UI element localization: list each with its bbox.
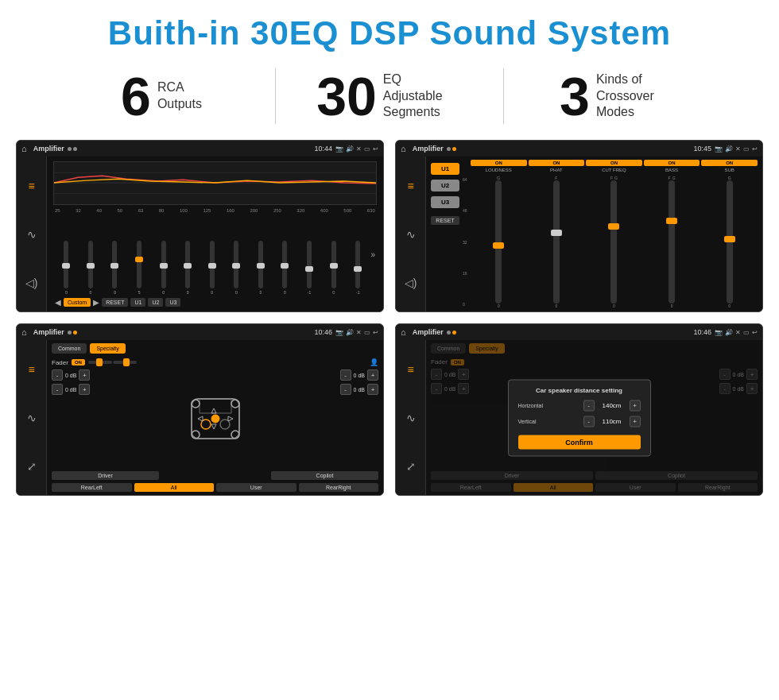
vol-p3: + bbox=[746, 369, 758, 380]
eq-icon[interactable]: ≡ bbox=[28, 180, 34, 192]
all-btn-2: All bbox=[514, 483, 594, 492]
specialty-tab-2: Specialty bbox=[469, 343, 504, 354]
stat-crossover-number: 3 bbox=[560, 69, 590, 123]
topbar-title-eq: Amplifier bbox=[33, 145, 64, 153]
vertical-row: Vertical - 110cm + bbox=[518, 416, 641, 427]
h-slider-1[interactable] bbox=[88, 361, 112, 364]
vol-plus-2[interactable]: + bbox=[79, 384, 90, 395]
page-title: Buith-in 30EQ DSP Sound System bbox=[0, 0, 779, 60]
vol-plus-1[interactable]: + bbox=[79, 369, 90, 381]
h-slider-2[interactable] bbox=[113, 361, 137, 364]
u3-select-btn[interactable]: U3 bbox=[431, 196, 459, 208]
all-btn[interactable]: All bbox=[134, 483, 215, 492]
vol-val-3: 0 dB bbox=[354, 373, 365, 378]
wave-icon-2[interactable]: ∿ bbox=[406, 228, 416, 241]
window-icon-2: ▭ bbox=[743, 145, 750, 153]
expand-icon-3[interactable]: ⤢ bbox=[27, 460, 37, 473]
horizontal-row: Horizontal - 140cm + bbox=[518, 400, 641, 411]
phat-slider[interactable] bbox=[553, 180, 560, 304]
vol-m2: - bbox=[431, 383, 442, 394]
back-icon-2[interactable]: ↩ bbox=[752, 145, 758, 153]
sub-label: SUB bbox=[701, 168, 758, 172]
cutfreq-slider[interactable] bbox=[610, 180, 617, 304]
eq-slider-10: 0 bbox=[273, 241, 296, 295]
u2-select-btn[interactable]: U2 bbox=[431, 180, 459, 191]
dialog-title: Car speaker distance setting bbox=[518, 386, 641, 393]
back-icon[interactable]: ↩ bbox=[373, 145, 378, 153]
eq-icon-4[interactable]: ≡ bbox=[407, 363, 413, 376]
vol-minus-2[interactable]: - bbox=[52, 384, 63, 395]
copilot-btn[interactable]: Copilot bbox=[271, 471, 378, 480]
expand-icon[interactable]: » bbox=[371, 250, 376, 259]
speaker-icon[interactable]: ◁) bbox=[25, 277, 38, 289]
rearright-btn-2: RearRight bbox=[678, 483, 758, 492]
bass-slider[interactable] bbox=[669, 180, 675, 304]
bass-on: ON bbox=[644, 160, 700, 166]
bass-slider-col: FG 0 bbox=[644, 176, 700, 308]
eq-icon-3[interactable]: ≡ bbox=[28, 363, 34, 376]
camera-icon: 📷 bbox=[335, 145, 343, 153]
back-icon-4[interactable]: ↩ bbox=[752, 329, 758, 336]
horizontal-control: - 140cm + bbox=[583, 400, 641, 411]
vol-plus-3[interactable]: + bbox=[367, 369, 378, 381]
vol-plus-4[interactable]: + bbox=[367, 384, 378, 395]
vol-minus-1[interactable]: - bbox=[52, 369, 63, 381]
custom-btn[interactable]: Custom bbox=[64, 298, 91, 307]
vertical-plus-btn[interactable]: + bbox=[630, 416, 641, 427]
home-icon-3[interactable]: ⌂ bbox=[21, 327, 27, 337]
ch-loudness: ON LOUDNESS bbox=[471, 160, 527, 174]
u1-select-btn[interactable]: U1 bbox=[431, 163, 459, 175]
vertical-minus-btn[interactable]: - bbox=[583, 416, 595, 427]
speaker-icon-2[interactable]: ◁) bbox=[405, 277, 417, 289]
screen-body-crossover: ≡ ∿ ◁) U1 U2 U3 RESET O bbox=[396, 157, 762, 311]
stat-rca-number: 6 bbox=[121, 69, 151, 123]
horizontal-label: Horizontal bbox=[518, 403, 558, 408]
home-icon-2[interactable]: ⌂ bbox=[401, 144, 406, 153]
rearright-btn[interactable]: RearRight bbox=[299, 483, 379, 492]
topbar-eq: ⌂ Amplifier 10:44 📷 🔊 ✕ ▭ ↩ bbox=[17, 141, 383, 157]
next-icon[interactable]: ▶ bbox=[93, 298, 99, 307]
vol-minus-3[interactable]: - bbox=[340, 369, 351, 381]
vol-minus-4[interactable]: - bbox=[340, 384, 351, 395]
home-icon[interactable]: ⌂ bbox=[21, 144, 27, 153]
crossover-reset-btn[interactable]: RESET bbox=[431, 216, 459, 225]
user-btn[interactable]: User bbox=[216, 483, 296, 492]
reset-btn[interactable]: RESET bbox=[102, 298, 128, 307]
u3-btn[interactable]: U3 bbox=[165, 298, 180, 307]
eq-slider-12: 0 bbox=[322, 241, 345, 295]
topbar-icons-crossover: 📷 🔊 ✕ ▭ ↩ bbox=[715, 145, 758, 153]
prev-icon[interactable]: ◀ bbox=[55, 298, 61, 307]
confirm-button[interactable]: Confirm bbox=[518, 435, 641, 449]
vol-m4: - bbox=[719, 383, 731, 394]
driver-btn[interactable]: Driver bbox=[52, 471, 159, 480]
h-thumb-1 bbox=[96, 358, 103, 366]
wave-icon-3[interactable]: ∿ bbox=[27, 412, 37, 424]
vol-m3: - bbox=[719, 369, 731, 380]
topbar-time-eq: 10:44 bbox=[314, 145, 332, 153]
home-icon-4[interactable]: ⌂ bbox=[401, 327, 406, 337]
profile-icon[interactable]: 👤 bbox=[370, 358, 378, 366]
svg-marker-9 bbox=[211, 408, 216, 413]
specialty-tab[interactable]: Specialty bbox=[90, 343, 125, 354]
rearleft-btn-2: RearLeft bbox=[431, 483, 511, 492]
u2-btn[interactable]: U2 bbox=[148, 298, 163, 307]
loudness-slider[interactable] bbox=[495, 180, 502, 304]
topbar-title-distance: Amplifier bbox=[413, 328, 444, 336]
camera-icon-2: 📷 bbox=[715, 145, 723, 153]
sub-slider[interactable] bbox=[727, 180, 733, 304]
back-icon-3[interactable]: ↩ bbox=[373, 329, 378, 336]
svg-point-13 bbox=[192, 400, 200, 408]
eq-graph bbox=[53, 161, 377, 205]
eq-icon-2[interactable]: ≡ bbox=[407, 180, 413, 192]
wave-icon-4[interactable]: ∿ bbox=[406, 412, 416, 424]
topbar-title-fader: Amplifier bbox=[33, 328, 64, 336]
expand-icon-4[interactable]: ⤢ bbox=[406, 460, 416, 473]
common-tab[interactable]: Common bbox=[52, 343, 87, 354]
rearleft-btn[interactable]: RearLeft bbox=[52, 483, 132, 492]
horizontal-plus-btn[interactable]: + bbox=[630, 400, 641, 411]
wave-icon[interactable]: ∿ bbox=[27, 228, 37, 241]
phat-on: ON bbox=[529, 160, 585, 166]
u1-btn[interactable]: U1 bbox=[130, 298, 145, 307]
horizontal-minus-btn[interactable]: - bbox=[583, 400, 595, 411]
dot1 bbox=[68, 147, 72, 151]
